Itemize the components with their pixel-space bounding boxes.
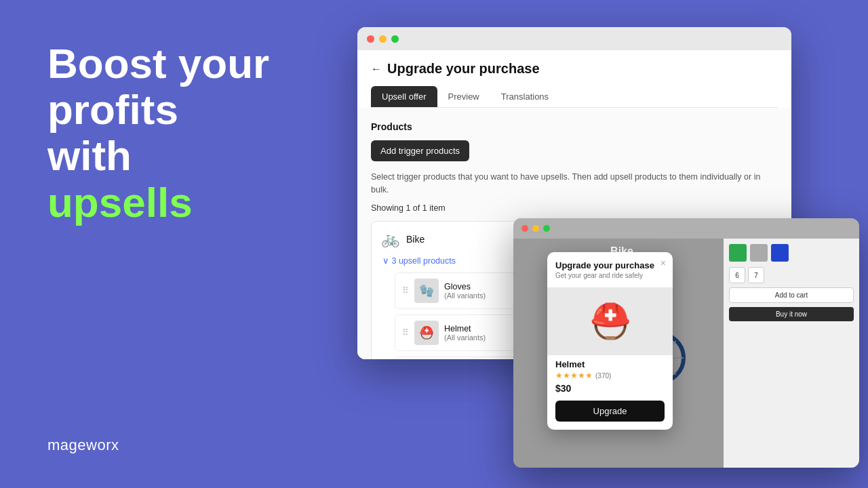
modal-subtitle: Get your gear and ride safely — [555, 272, 665, 279]
headline-accent: upsells — [47, 179, 193, 226]
upsell-name: Helmet — [444, 324, 486, 333]
drag-handle-icon[interactable]: ⠿ — [402, 327, 409, 338]
upsell-name: Gloves — [444, 282, 486, 291]
preview-dot-green — [543, 225, 550, 232]
buy-it-now-button[interactable]: Buy it now — [729, 307, 854, 321]
upsell-variants: (All variants) — [444, 333, 486, 342]
tabs-row: Upsell offer Preview Translations — [371, 86, 778, 108]
add-to-cart-button[interactable]: Add to cart — [729, 287, 854, 303]
tab-translations[interactable]: Translations — [490, 86, 559, 107]
upsell-variants: (All variants) — [444, 291, 486, 300]
preview-body: Bike — [513, 239, 859, 468]
color-swatches — [729, 244, 854, 262]
rating-stars: ★★★★★ — [555, 371, 593, 380]
rating-count: (370) — [595, 372, 611, 380]
color-swatch-gray[interactable] — [750, 244, 768, 262]
modal-header: Upgrade your purchase Get your gear and … — [547, 252, 673, 283]
headline-line2: profits — [47, 86, 178, 133]
gloves-thumb: 🧤 — [414, 279, 439, 303]
back-arrow-icon[interactable]: ← — [371, 63, 382, 75]
products-section-label: Products — [371, 121, 778, 132]
size-options: 6 7 — [729, 267, 854, 283]
preview-browser-window: Bike — [513, 218, 859, 468]
upsell-info: Helmet (All variants) — [444, 324, 486, 342]
description-text: Select trigger products that you want to… — [371, 171, 778, 197]
modal-title: Upgrade your purchase — [555, 260, 665, 270]
helmet-thumb: ⛑️ — [414, 321, 439, 345]
brand-logo: mageworx — [47, 436, 298, 454]
stars-row: ★★★★★ (370) — [547, 371, 673, 380]
browser-titlebar — [357, 27, 791, 50]
drag-handle-icon[interactable]: ⠿ — [402, 285, 409, 296]
add-trigger-button[interactable]: Add trigger products — [371, 140, 469, 161]
size-option-7[interactable]: 7 — [748, 267, 764, 283]
headline: Boost your profits with upsells — [47, 41, 298, 226]
upsell-info: Gloves (All variants) — [444, 282, 486, 300]
preview-dot-red — [521, 225, 528, 232]
showing-text: Showing 1 of 1 item — [371, 203, 778, 213]
modal-product-image: ⛑️ — [547, 287, 673, 355]
dot-red — [367, 35, 374, 43]
color-swatch-green[interactable] — [729, 244, 747, 262]
preview-titlebar — [513, 218, 859, 239]
modal-price: $30 — [547, 383, 673, 394]
preview-dot-yellow — [532, 225, 539, 232]
color-swatch-blue[interactable] — [771, 244, 789, 262]
bike-icon: 🚲 — [381, 230, 399, 248]
tab-upsell-offer[interactable]: Upsell offer — [371, 86, 437, 107]
headline-line1: Boost your — [47, 40, 269, 87]
upsell-modal: × Upgrade your purchase Get your gear an… — [547, 252, 673, 430]
headline-line3: with — [47, 132, 132, 179]
page-title: Upgrade your purchase — [387, 61, 540, 77]
back-row: ← Upgrade your purchase — [371, 61, 778, 77]
app-header: ← Upgrade your purchase Upsell offer Pre… — [357, 50, 791, 108]
dot-green — [391, 35, 399, 43]
dot-yellow — [379, 35, 387, 43]
modal-product-name: Helmet — [547, 359, 673, 369]
upgrade-button[interactable]: Upgrade — [555, 401, 665, 422]
left-panel: Boost your profits with upsells mageworx — [0, 0, 339, 488]
size-option-6[interactable]: 6 — [729, 267, 745, 283]
tab-preview[interactable]: Preview — [437, 86, 490, 107]
preview-right-panel: 6 7 Add to cart Buy it now — [724, 239, 859, 468]
modal-close-button[interactable]: × — [660, 258, 666, 268]
